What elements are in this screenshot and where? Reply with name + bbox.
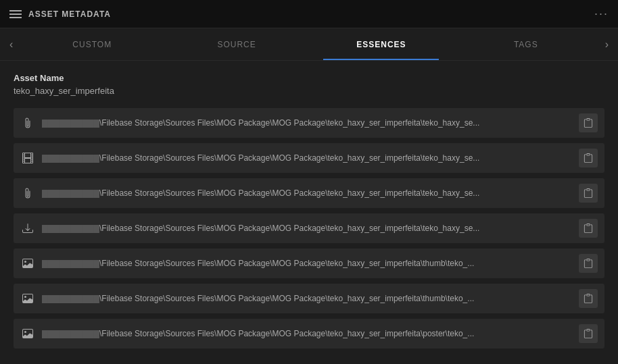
essence-path: ██████████\Filebase Storage\Sources File… [42, 153, 572, 163]
image-icon [20, 291, 35, 306]
tab-tags[interactable]: TAGS [454, 28, 598, 60]
video-icon [20, 151, 35, 165]
essence-path: ██████████\Filebase Storage\Sources File… [42, 224, 572, 233]
copy-button[interactable] [579, 324, 598, 343]
header-left: ASSET METADATA [9, 9, 111, 19]
essence-path: ██████████\Filebase Storage\Sources File… [42, 329, 572, 338]
essence-path: ██████████\Filebase Storage\Sources File… [42, 118, 572, 128]
essence-path: ██████████\Filebase Storage\Sources File… [42, 259, 572, 268]
asset-name-value: teko_haxy_ser_imperfeita [14, 86, 604, 96]
tab-prev-arrow[interactable]: ‹ [3, 28, 20, 61]
tab-custom[interactable]: CUSTOM [20, 28, 164, 60]
essence-row: ██████████\Filebase Storage\Sources File… [14, 143, 604, 173]
tabs-bar: ‹ CUSTOM SOURCE ESSENCES TAGS › [0, 28, 618, 61]
image-icon [20, 256, 35, 271]
attachment-icon [20, 186, 35, 201]
copy-button[interactable] [579, 113, 598, 132]
essence-row: ██████████\Filebase Storage\Sources File… [14, 284, 604, 313]
copy-button[interactable] [579, 184, 598, 203]
copy-button[interactable] [579, 149, 598, 167]
essence-path: ██████████\Filebase Storage\Sources File… [42, 188, 572, 198]
asset-name-label: Asset Name [14, 73, 604, 83]
tab-next-arrow[interactable]: › [598, 28, 615, 61]
copy-button[interactable] [579, 219, 598, 238]
essence-row: ██████████\Filebase Storage\Sources File… [14, 319, 604, 348]
header: ASSET METADATA ··· [0, 0, 618, 28]
hamburger-icon[interactable] [9, 10, 22, 18]
content-area: Asset Name teko_haxy_ser_imperfeita ████… [0, 61, 618, 364]
essence-path: ██████████\Filebase Storage\Sources File… [42, 294, 572, 303]
header-title: ASSET METADATA [28, 9, 111, 19]
essence-row: ██████████\Filebase Storage\Sources File… [14, 213, 604, 243]
image-icon [20, 326, 35, 341]
essence-row: ██████████\Filebase Storage\Sources File… [14, 108, 604, 138]
attachment-icon [20, 115, 35, 130]
essence-row: ██████████\Filebase Storage\Sources File… [14, 249, 604, 278]
essences-list: ██████████\Filebase Storage\Sources File… [14, 108, 604, 348]
copy-button[interactable] [579, 254, 598, 273]
tab-essences[interactable]: ESSENCES [309, 28, 454, 60]
copy-button[interactable] [579, 289, 598, 308]
tab-source[interactable]: SOURCE [164, 28, 309, 60]
storage-icon [20, 221, 35, 236]
more-options-icon[interactable]: ··· [594, 7, 609, 21]
essence-row: ██████████\Filebase Storage\Sources File… [14, 178, 604, 208]
